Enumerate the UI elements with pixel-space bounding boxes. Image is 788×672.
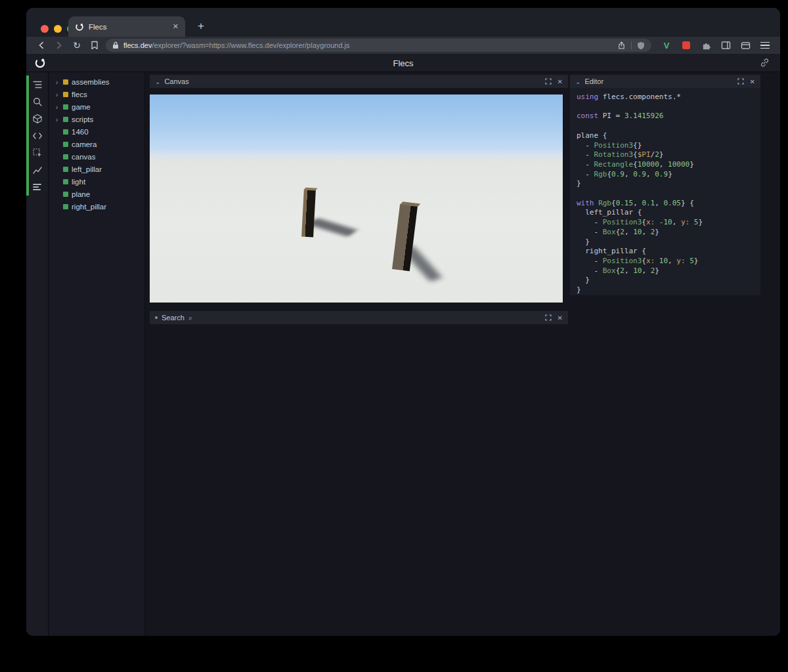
app-content: ›assemblies›flecs›game›scripts1460camera… bbox=[26, 72, 780, 636]
tab-strip: Flecs ✕ + bbox=[26, 8, 780, 37]
tree-item-right_pillar[interactable]: right_pillar bbox=[49, 200, 144, 213]
tree-item-label: right_pillar bbox=[72, 203, 106, 211]
editor-panel-title: Editor bbox=[584, 77, 603, 85]
tree-item-label: flecs bbox=[72, 91, 87, 98]
back-button[interactable] bbox=[35, 39, 47, 51]
editor-panel: ⌄ Editor ✕ using flecs.components.* cons… bbox=[570, 75, 760, 295]
search-panel-title: Search bbox=[162, 314, 185, 322]
left-pillar-object bbox=[301, 190, 316, 238]
expand-icon[interactable] bbox=[545, 314, 552, 321]
tree-item-label: light bbox=[72, 178, 85, 186]
editor-panel-header[interactable]: ⌄ Editor ✕ bbox=[570, 75, 760, 88]
extensions-area: V bbox=[661, 39, 771, 51]
close-icon[interactable]: ✕ bbox=[558, 78, 563, 85]
browser-tab[interactable]: Flecs ✕ bbox=[68, 16, 185, 37]
forward-button bbox=[53, 39, 65, 51]
close-icon[interactable]: ✕ bbox=[750, 78, 755, 85]
share-icon[interactable] bbox=[617, 41, 626, 50]
tree-item-flecs[interactable]: ›flecs bbox=[49, 88, 144, 100]
canvas-panel-title: Canvas bbox=[164, 77, 188, 85]
tree-item-plane[interactable]: plane bbox=[49, 188, 144, 200]
entity-color-square bbox=[63, 167, 68, 172]
close-icon[interactable]: ✕ bbox=[558, 314, 563, 322]
urlbar-divider bbox=[631, 41, 632, 49]
url-path: /explorer/?wasm=https://www.flecs.dev/ex… bbox=[152, 41, 349, 49]
cube-icon[interactable] bbox=[32, 114, 43, 124]
left-pillar-shadow bbox=[308, 218, 357, 237]
search-icon: ⌕ bbox=[188, 314, 192, 322]
app-header: Flecs bbox=[26, 54, 780, 72]
tree-item-game[interactable]: ›game bbox=[49, 100, 144, 113]
browser-toolbar: ↻ flecs.dev/explorer/?wasm=https://www.f… bbox=[26, 37, 780, 54]
tab-close-icon[interactable]: ✕ bbox=[173, 22, 179, 31]
sidebar-accent-bar bbox=[26, 75, 29, 196]
entity-color-square bbox=[63, 117, 68, 122]
entity-color-square bbox=[63, 154, 68, 159]
tree-expand-chevron[interactable]: › bbox=[54, 78, 60, 86]
collapse-chevron-icon[interactable]: ⌄ bbox=[575, 78, 580, 85]
extension-v-button[interactable]: V bbox=[661, 39, 672, 51]
entity-color-square bbox=[63, 129, 68, 135]
tree-expand-chevron[interactable]: › bbox=[54, 91, 60, 98]
canvas-3d-viewport[interactable] bbox=[150, 94, 563, 303]
tree-item-assemblies[interactable]: ›assemblies bbox=[49, 75, 144, 88]
tree-item-label: plane bbox=[72, 190, 90, 198]
tree-icon[interactable] bbox=[32, 79, 43, 90]
tree-item-1460[interactable]: 1460 bbox=[49, 125, 144, 138]
extension-red-button[interactable] bbox=[680, 39, 692, 51]
minimize-window-button[interactable] bbox=[54, 25, 62, 33]
search-panel-header[interactable]: Search ⌕ ✕ bbox=[150, 311, 568, 324]
shield-icon[interactable] bbox=[637, 41, 645, 50]
tree-expand-chevron[interactable]: › bbox=[54, 116, 60, 123]
icon-sidebar bbox=[26, 72, 49, 636]
new-tab-button[interactable]: + bbox=[193, 17, 209, 35]
canvas-panel-header[interactable]: ⌄ Canvas ✕ bbox=[150, 75, 568, 88]
tree-item-light[interactable]: light bbox=[49, 175, 144, 188]
tree-item-scripts[interactable]: ›scripts bbox=[49, 113, 144, 125]
expand-icon[interactable] bbox=[545, 78, 552, 85]
tree-item-label: left_pillar bbox=[72, 165, 102, 173]
collapse-chevron-icon[interactable]: ⌄ bbox=[155, 78, 160, 85]
search-icon[interactable] bbox=[32, 96, 43, 107]
bookmark-icon[interactable] bbox=[89, 39, 100, 51]
entity-color-square bbox=[63, 142, 68, 147]
tab-favicon bbox=[75, 22, 84, 32]
chart-icon[interactable] bbox=[32, 165, 43, 175]
tree-item-camera[interactable]: camera bbox=[49, 138, 144, 150]
tree-expand-chevron[interactable]: › bbox=[54, 103, 60, 111]
url-domain: flecs.dev bbox=[123, 41, 152, 49]
page-title: Flecs bbox=[26, 54, 780, 72]
bars-icon[interactable] bbox=[32, 182, 43, 192]
tree-item-canvas[interactable]: canvas bbox=[49, 150, 144, 163]
sidebar-icon-list bbox=[26, 79, 49, 192]
entity-color-square bbox=[63, 79, 68, 85]
entity-color-square bbox=[63, 104, 68, 110]
close-window-button[interactable] bbox=[41, 25, 49, 33]
entity-color-square bbox=[63, 192, 68, 197]
link-icon[interactable] bbox=[760, 58, 770, 68]
tree-item-left_pillar[interactable]: left_pillar bbox=[49, 163, 144, 175]
url-text: flecs.dev/explorer/?wasm=https://www.fle… bbox=[123, 41, 350, 49]
code-icon[interactable] bbox=[32, 131, 43, 141]
menu-button[interactable] bbox=[759, 39, 771, 51]
main-area: ⌄ Canvas ✕ Search ⌕ bbox=[146, 72, 780, 636]
inspect-icon[interactable] bbox=[32, 148, 43, 158]
entity-color-square bbox=[63, 179, 68, 184]
url-bar[interactable]: flecs.dev/explorer/?wasm=https://www.fle… bbox=[106, 39, 651, 52]
wallet-button[interactable] bbox=[739, 39, 751, 51]
status-bullet bbox=[155, 316, 158, 319]
expand-icon[interactable] bbox=[737, 78, 744, 85]
tree-item-label: game bbox=[72, 103, 91, 111]
editor-code[interactable]: using flecs.components.* const PI = 3.14… bbox=[570, 88, 760, 295]
entity-tree: ›assemblies›flecs›game›scripts1460camera… bbox=[49, 72, 145, 636]
tree-item-label: 1460 bbox=[72, 128, 89, 136]
entity-color-square bbox=[63, 204, 68, 209]
tree-item-label: scripts bbox=[72, 116, 93, 123]
entity-color-square bbox=[63, 92, 68, 97]
extensions-puzzle-button[interactable] bbox=[700, 39, 712, 51]
tree-item-label: camera bbox=[72, 140, 97, 148]
tab-title: Flecs bbox=[89, 23, 106, 31]
browser-window: Flecs ✕ + ↻ flecs.dev/explorer/?wasm=htt… bbox=[26, 8, 780, 636]
reload-button[interactable]: ↻ bbox=[71, 39, 83, 51]
sidebar-toggle-button[interactable] bbox=[720, 39, 732, 51]
